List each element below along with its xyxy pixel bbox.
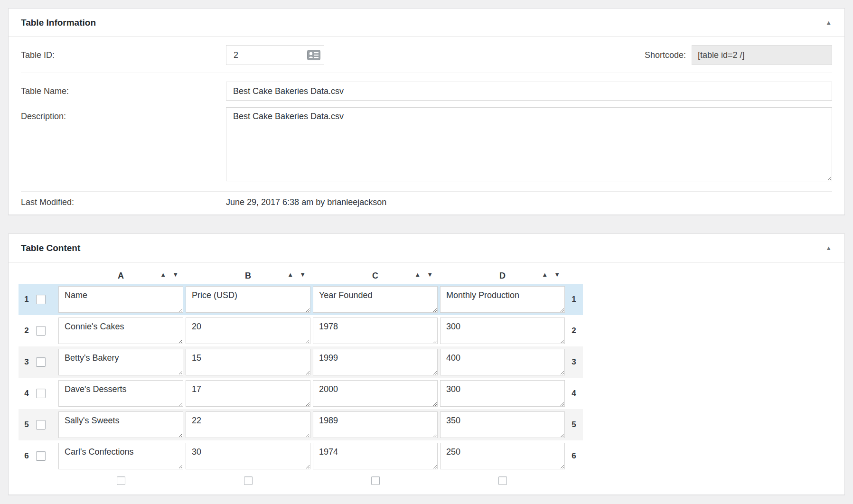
column-footer-a: [58, 476, 183, 485]
table-row: 22: [19, 315, 583, 346]
cell-textarea[interactable]: [58, 443, 183, 469]
cell-textarea[interactable]: [313, 443, 438, 469]
row-checkbox[interactable]: [36, 420, 46, 429]
row-number-right: 5: [565, 411, 583, 438]
description-label: Description:: [21, 107, 226, 121]
sort-ascending-button[interactable]: ▲: [542, 271, 548, 278]
table-row: 11: [19, 284, 583, 315]
last-modified-label: Last Modified:: [21, 197, 226, 207]
row-number-right: 2: [565, 317, 583, 344]
row-number-left: 5: [19, 420, 35, 429]
table-name-label: Table Name:: [21, 86, 226, 96]
panel-title: Table Information: [19, 18, 96, 28]
row-checkbox[interactable]: [36, 295, 46, 304]
cell-textarea[interactable]: [58, 411, 183, 438]
table-content-panel: Table Content ▲ A▲▼B▲▼C▲▼D▲▼ 11223344556…: [8, 233, 845, 495]
column-checkbox[interactable]: [117, 476, 125, 485]
collapse-arrow-icon: ▲: [825, 19, 832, 26]
sort-descending-button[interactable]: ▼: [427, 271, 433, 278]
row-number-left: 6: [19, 451, 35, 461]
sort-buttons: ▲▼: [287, 271, 306, 278]
shortcode-input[interactable]: [692, 45, 832, 65]
row-checkbox[interactable]: [36, 357, 46, 367]
cell-textarea[interactable]: [186, 443, 310, 469]
cell-textarea[interactable]: [440, 286, 565, 313]
description-row: Description: Best Cake Bakeries Data.csv: [21, 101, 832, 181]
shortcode-group: Shortcode:: [645, 45, 832, 65]
cell-textarea[interactable]: [313, 286, 438, 313]
cell-textarea[interactable]: [58, 380, 183, 407]
table-name-row: Table Name:: [21, 73, 832, 101]
panel-title: Table Content: [19, 243, 80, 253]
cell-textarea[interactable]: [313, 380, 438, 407]
row-number-right: 3: [565, 349, 583, 375]
cell-textarea[interactable]: [58, 317, 183, 344]
grid-column-footer: [19, 476, 583, 485]
cell-textarea[interactable]: [440, 317, 565, 344]
row-number-right: 1: [565, 286, 583, 313]
sort-ascending-button[interactable]: ▲: [414, 271, 421, 278]
cell-textarea[interactable]: [58, 349, 183, 375]
table-content-body: A▲▼B▲▼C▲▼D▲▼ 112233445566: [9, 262, 844, 495]
sort-descending-button[interactable]: ▼: [554, 271, 560, 278]
sort-ascending-button[interactable]: ▲: [287, 271, 293, 278]
column-checkbox[interactable]: [371, 476, 380, 485]
cell-textarea[interactable]: [313, 317, 438, 344]
sort-descending-button[interactable]: ▼: [172, 271, 178, 278]
sort-descending-button[interactable]: ▼: [300, 271, 306, 278]
row-meta: 1: [19, 295, 58, 304]
table-id-row: Table ID: Shortcode:: [21, 37, 832, 73]
column-header-c: C▲▼: [313, 270, 438, 284]
row-meta: 6: [19, 451, 58, 461]
table-row: 33: [19, 346, 583, 378]
cell-textarea[interactable]: [440, 411, 565, 438]
shortcode-label: Shortcode:: [645, 50, 686, 60]
column-checkbox[interactable]: [244, 476, 253, 485]
cell-textarea[interactable]: [186, 380, 310, 407]
cell-textarea[interactable]: [440, 443, 565, 469]
row-checkbox[interactable]: [36, 326, 46, 336]
cell-textarea[interactable]: [313, 411, 438, 438]
row-meta: 4: [19, 389, 58, 398]
row-number-left: 3: [19, 357, 35, 367]
last-modified-value: June 29, 2017 6:38 am by brianleejackson: [226, 197, 386, 207]
table-content-header: Table Content ▲: [9, 234, 844, 262]
row-checkbox[interactable]: [36, 389, 46, 398]
column-footer-d: [440, 476, 565, 485]
collapse-panel-button[interactable]: ▲: [824, 18, 834, 28]
column-header-d: D▲▼: [440, 270, 565, 284]
last-modified-row: Last Modified: June 29, 2017 6:38 am by …: [21, 192, 832, 215]
grid-column-headers: A▲▼B▲▼C▲▼D▲▼: [19, 270, 844, 284]
row-meta: 3: [19, 357, 58, 367]
cell-textarea[interactable]: [186, 349, 310, 375]
row-meta: 2: [19, 326, 58, 336]
row-number-left: 4: [19, 389, 35, 398]
table-id-input-wrap: [226, 45, 324, 65]
column-checkbox[interactable]: [498, 476, 507, 485]
description-textarea[interactable]: Best Cake Bakeries Data.csv: [226, 107, 832, 181]
table-information-panel: Table Information ▲ Table ID:: [8, 8, 845, 215]
sort-buttons: ▲▼: [160, 271, 178, 278]
page: Table Information ▲ Table ID:: [0, 0, 853, 503]
cell-textarea[interactable]: [440, 349, 565, 375]
cell-textarea[interactable]: [186, 286, 310, 313]
table-row: 55: [19, 409, 583, 440]
grid-corner: [19, 476, 58, 485]
cell-textarea[interactable]: [186, 317, 310, 344]
table-information-header: Table Information ▲: [9, 9, 844, 37]
cell-textarea[interactable]: [186, 411, 310, 438]
sort-buttons: ▲▼: [542, 271, 560, 278]
column-footer-b: [186, 476, 310, 485]
column-footer-c: [313, 476, 438, 485]
cell-textarea[interactable]: [313, 349, 438, 375]
table-row: 44: [19, 378, 583, 409]
cell-textarea[interactable]: [58, 286, 183, 313]
table-name-input[interactable]: [226, 82, 832, 101]
row-number-right: 6: [565, 443, 583, 469]
cell-textarea[interactable]: [440, 380, 565, 407]
row-checkbox[interactable]: [36, 451, 46, 461]
collapse-panel-button[interactable]: ▲: [824, 243, 834, 253]
sort-ascending-button[interactable]: ▲: [160, 271, 166, 278]
row-meta: 5: [19, 420, 58, 429]
column-header-a: A▲▼: [58, 270, 183, 284]
